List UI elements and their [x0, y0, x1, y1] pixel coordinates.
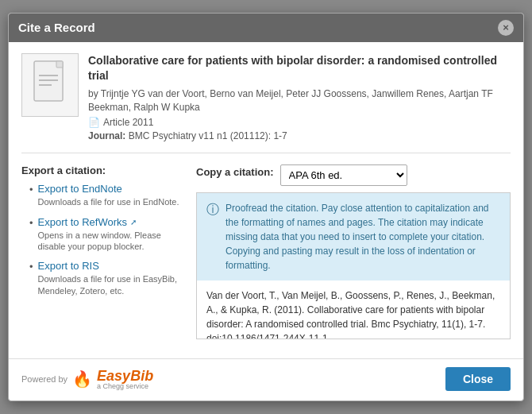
article-icon: 📄	[88, 117, 100, 128]
citation-format-select[interactable]: APA 6th ed. MLA Chicago Turabian AMA Har…	[280, 164, 407, 186]
cite-record-dialog: Cite a Record × Collaborativ	[8, 13, 524, 402]
info-text: Proofread the citation. Pay close attent…	[226, 201, 500, 273]
dialog-header: Cite a Record ×	[9, 14, 523, 42]
export-endnote-item: • Export to EndNote Downloads a file for…	[29, 183, 180, 207]
info-icon: ⓘ	[206, 202, 219, 219]
document-icon	[33, 60, 67, 110]
easybib-logo: EasyBib a Chegg service	[97, 369, 153, 390]
bullet-dot-2: •	[29, 217, 33, 229]
main-section: Export a citation: • Export to EndNote D…	[21, 164, 511, 339]
dialog-footer: Powered by 🔥 EasyBib a Chegg service Clo…	[9, 358, 523, 400]
powered-by-label: Powered by	[21, 374, 67, 384]
record-icon	[21, 53, 79, 117]
export-endnote-link[interactable]: Export to EndNote	[38, 183, 122, 195]
export-refworks-desc: Opens in a new window. Please disable yo…	[38, 230, 180, 253]
easybib-brand-sub: a Chegg service	[97, 383, 148, 390]
citation-box[interactable]: ⓘ Proofread the citation. Pay close atte…	[196, 192, 511, 339]
dialog-body: Collaborative care for patients with bip…	[9, 42, 523, 351]
record-title: Collaborative care for patients with bip…	[88, 53, 511, 84]
export-endnote-desc: Downloads a file for use in EndNote.	[38, 196, 179, 207]
dialog-title: Cite a Record	[18, 21, 95, 34]
external-link-icon: ➚	[130, 218, 137, 226]
record-journal: Journal: BMC Psychiatry v11 n1 (201112):…	[88, 130, 511, 141]
copy-header: Copy a citation: APA 6th ed. MLA Chicago…	[196, 164, 511, 186]
export-ris-content: Export to RIS Downloads a file for use i…	[38, 260, 180, 296]
easybib-brand-name: EasyBib	[97, 369, 153, 383]
export-ris-link[interactable]: Export to RIS	[38, 260, 99, 272]
powered-by: Powered by 🔥 EasyBib a Chegg service	[21, 369, 153, 390]
svg-rect-1	[56, 61, 63, 68]
copy-label: Copy a citation:	[196, 166, 274, 178]
export-section: Export a citation: • Export to EndNote D…	[21, 164, 180, 339]
export-refworks-item: • Export to RefWorks ➚ Opens in a new wi…	[29, 216, 180, 253]
record-section: Collaborative care for patients with bip…	[21, 53, 511, 154]
export-refworks-link[interactable]: Export to RefWorks ➚	[38, 216, 137, 228]
bullet-dot-1: •	[29, 184, 33, 195]
export-refworks-content: Export to RefWorks ➚ Opens in a new wind…	[38, 216, 180, 253]
record-info: Collaborative care for patients with bip…	[88, 53, 511, 142]
bullet-dot-3: •	[29, 261, 33, 273]
export-ris-item: • Export to RIS Downloads a file for use…	[29, 260, 180, 296]
export-label: Export a citation:	[21, 164, 180, 176]
copy-section: Copy a citation: APA 6th ed. MLA Chicago…	[196, 164, 511, 339]
export-endnote-content: Export to EndNote Downloads a file for u…	[38, 183, 179, 207]
export-ris-desc: Downloads a file for use in EasyBib, Men…	[38, 273, 180, 296]
record-authors: by Trijntje YG van der Voort, Berno van …	[88, 87, 511, 114]
citation-text: Van der Voort, T., Van Meijel, B., Gooss…	[197, 281, 510, 339]
close-x-button[interactable]: ×	[498, 20, 514, 36]
easybib-flame-icon: 🔥	[72, 370, 92, 389]
export-links-list: • Export to EndNote Downloads a file for…	[21, 183, 180, 296]
close-button[interactable]: Close	[445, 367, 511, 391]
info-banner: ⓘ Proofread the citation. Pay close atte…	[197, 193, 510, 281]
record-type: 📄 Article 2011	[88, 117, 511, 128]
